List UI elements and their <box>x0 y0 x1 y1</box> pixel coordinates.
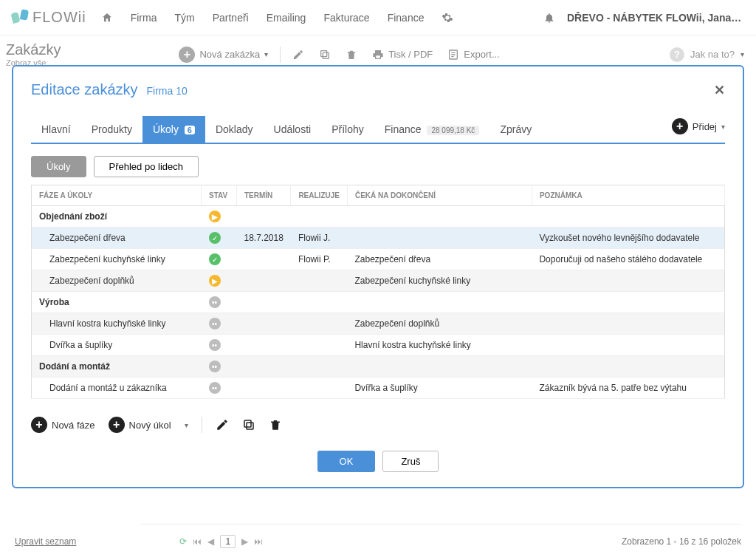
page-title: Zakázky <box>6 41 61 58</box>
nav-fakturace[interactable]: Fakturace <box>323 12 369 24</box>
page-footer: Upravit seznam ⟳ ⏮ ◀ 1 ▶ ⏭ Zobrazeno 1 -… <box>0 527 756 560</box>
phase-row[interactable]: Dodání a montáž •• <box>32 356 725 378</box>
modal-header: Editace zakázky Firma 10 ✕ <box>31 81 725 98</box>
pager-next-icon[interactable]: ▶ <box>241 536 248 547</box>
new-order-button[interactable]: + Nová zakázka ▾ <box>179 47 268 63</box>
refresh-icon[interactable]: ⟳ <box>179 536 187 547</box>
status-pause-icon: •• <box>209 339 221 351</box>
tab-hlavni[interactable]: Hlavní <box>31 116 81 143</box>
result-count: Zobrazeno 1 - 16 z 16 položek <box>622 536 741 547</box>
gear-icon[interactable] <box>441 12 453 24</box>
nav-emailing[interactable]: Emailing <box>267 12 306 24</box>
view-people-button[interactable]: Přehled po lidech <box>94 156 199 177</box>
plus-circle-icon: + <box>31 417 47 433</box>
tasks-table: FÁZE A ÚKOLY STAV TERMÍN REALIZUJE ČEKÁ … <box>31 185 725 399</box>
tab-doklady[interactable]: Doklady <box>205 116 264 143</box>
edit-list-link[interactable]: Upravit seznam <box>15 536 76 547</box>
table-row[interactable]: Hlavní kostra kuchyňské linky •• Zabezpe… <box>32 313 725 335</box>
phase-name: Objednání zboží <box>32 206 202 228</box>
pager-prev-icon[interactable]: ◀ <box>207 536 214 547</box>
tab-zpravy[interactable]: Zprávy <box>489 116 542 143</box>
col-stav[interactable]: STAV <box>202 185 237 206</box>
task-realizuje: Flowii P. <box>291 249 348 270</box>
nav-finance[interactable]: Finance <box>388 12 425 24</box>
copy-icon[interactable] <box>242 418 255 431</box>
nav-firma[interactable]: Firma <box>131 12 157 24</box>
cancel-button[interactable]: Zruš <box>382 451 439 472</box>
pager-current[interactable]: 1 <box>220 535 236 548</box>
table-row[interactable]: Zabezpečení kuchyňské linky ✓ Flowii P. … <box>32 249 725 270</box>
table-row[interactable]: Dvířka a šuplíky •• Hlavní kostra kuchyň… <box>32 335 725 356</box>
page-title-block: Zakázky Zobraz vše <box>6 41 61 67</box>
pencil-icon[interactable] <box>216 418 229 431</box>
col-ceka[interactable]: ČEKÁ NA DOKONČENÍ <box>347 185 532 206</box>
status-pause-icon: •• <box>209 361 221 372</box>
task-note: Doporučuji od našeho stálého dodavatele <box>532 249 724 270</box>
pager: ⟳ ⏮ ◀ 1 ▶ ⏭ <box>179 535 263 548</box>
help-label[interactable]: Jak na to? <box>690 49 735 60</box>
task-name: Zabezpečení dřeva <box>32 228 202 249</box>
status-pause-icon: •• <box>209 318 221 329</box>
tab-finance[interactable]: Finance 28 099,18 Kč <box>374 116 490 143</box>
logo[interactable]: FLOWii <box>12 9 86 26</box>
phase-row[interactable]: Objednání zboží ▶ <box>32 206 725 228</box>
task-name: Zabezpečení kuchyňské linky <box>32 249 202 270</box>
ok-button[interactable]: OK <box>317 451 376 472</box>
col-faze[interactable]: FÁZE A ÚKOLY <box>32 185 202 206</box>
nav-tym[interactable]: Tým <box>174 12 194 24</box>
status-pause-icon: •• <box>209 382 221 394</box>
task-name: Zabezpečení doplňků <box>32 270 202 292</box>
tab-produkty[interactable]: Produkty <box>81 116 142 143</box>
task-termin: 18.7.2018 <box>237 228 291 249</box>
new-phase-button[interactable]: + Nová fáze <box>31 417 95 433</box>
logo-icon <box>12 10 28 26</box>
close-icon[interactable]: ✕ <box>714 82 725 98</box>
col-realizuje[interactable]: REALIZUJE <box>291 185 348 206</box>
task-waits: Hlavní kostra kuchyňské linky <box>347 335 532 356</box>
phase-row[interactable]: Výroba •• <box>32 292 725 313</box>
trash-icon[interactable] <box>346 49 357 61</box>
tab-prilohy[interactable]: Přílohy <box>321 116 374 143</box>
plus-circle-icon: + <box>109 417 125 433</box>
pencil-icon[interactable] <box>292 49 304 61</box>
status-check-icon: ✓ <box>209 253 221 265</box>
chevron-down-icon[interactable]: ▾ <box>740 50 744 58</box>
chevron-down-icon[interactable]: ▾ <box>185 421 188 429</box>
trash-icon[interactable] <box>269 418 282 431</box>
help-icon[interactable]: ? <box>670 47 684 62</box>
nav-partneri[interactable]: Partneři <box>213 12 249 24</box>
add-dropdown[interactable]: + Přidej ▾ <box>672 118 725 140</box>
col-poznamka[interactable]: POZNÁMKA <box>532 185 724 206</box>
copy-icon[interactable] <box>319 49 331 61</box>
svg-rect-4 <box>244 420 251 427</box>
task-waits: Dvířka a šuplíky <box>347 378 532 399</box>
table-row[interactable]: Dodání a montáž u zákazníka •• Dvířka a … <box>32 378 725 399</box>
plus-circle-icon: + <box>179 47 195 63</box>
bell-icon[interactable] <box>543 12 555 24</box>
table-header-row: FÁZE A ÚKOLY STAV TERMÍN REALIZUJE ČEKÁ … <box>32 185 725 206</box>
task-note: Zákazník bývá na 5. patře bez výtahu <box>532 378 724 399</box>
modal-title: Editace zakázky <box>31 81 138 98</box>
view-toggle: Úkoly Přehled po lidech <box>31 156 725 177</box>
table-row[interactable]: Zabezpečení doplňků ▶ Zabezpečení kuchyň… <box>32 270 725 292</box>
new-task-button[interactable]: + Nový úkol <box>109 417 171 433</box>
print-button[interactable]: Tisk / PDF <box>372 49 433 61</box>
status-play-icon: ▶ <box>209 275 221 287</box>
pager-last-icon[interactable]: ⏭ <box>254 536 263 547</box>
pager-first-icon[interactable]: ⏮ <box>193 536 202 547</box>
new-order-label: Nová zakázka <box>199 49 260 60</box>
tab-udalosti[interactable]: Události <box>264 116 322 143</box>
table-row[interactable]: Zabezpečení dřeva ✓ 18.7.2018 Flowii J. … <box>32 228 725 249</box>
view-tasks-button[interactable]: Úkoly <box>31 156 86 177</box>
org-name[interactable]: DŘEVO - NÁBYTEK FLOWii, Jana Fl… <box>567 12 744 24</box>
col-termin[interactable]: TERMÍN <box>237 185 291 206</box>
edit-order-modal: Editace zakázky Firma 10 ✕ Hlavní Produk… <box>12 65 744 488</box>
subheader-right: ? Jak na to? ▾ <box>670 47 744 62</box>
status-play-icon: ▶ <box>209 211 221 222</box>
modal-firm-link[interactable]: Firma 10 <box>147 85 188 97</box>
tab-ukoly[interactable]: Úkoly 6 <box>142 116 205 143</box>
modal-footer: OK Zruš <box>31 451 725 472</box>
export-button[interactable]: Export... <box>447 49 499 61</box>
phase-name: Dodání a montáž <box>32 356 202 378</box>
home-icon[interactable] <box>101 12 113 24</box>
